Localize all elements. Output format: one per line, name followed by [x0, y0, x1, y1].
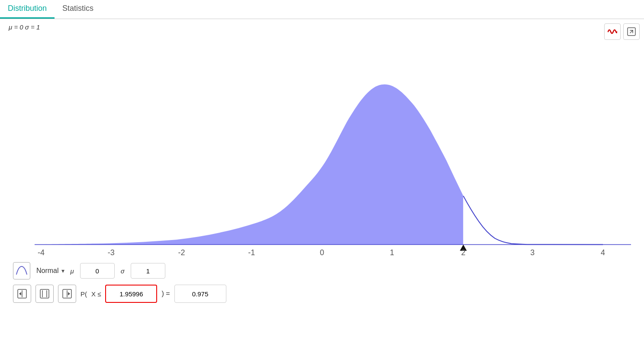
- svg-text:-3: -3: [108, 248, 115, 257]
- svg-text:-1: -1: [248, 248, 255, 257]
- filled-area: [41, 84, 464, 245]
- prob-x-label: X ≤: [91, 290, 101, 298]
- params-display: μ = 0 σ = 1: [9, 23, 635, 31]
- svg-text:0: 0: [320, 248, 324, 257]
- svg-text:-4: -4: [38, 248, 45, 257]
- svg-rect-2: [464, 32, 635, 258]
- probability-row: P( X ≤ ) =: [13, 285, 631, 303]
- bottom-controls: Normal ▾ μ σ: [9, 258, 635, 303]
- svg-text:3: 3: [530, 248, 535, 257]
- svg-rect-14: [40, 289, 49, 298]
- dropdown-arrow[interactable]: ▾: [61, 267, 64, 274]
- distribution-icon[interactable]: [13, 262, 30, 279]
- curve-right: [464, 196, 603, 244]
- prob-p-label: P(: [80, 290, 87, 298]
- distribution-name: Normal: [36, 267, 59, 275]
- tab-distribution[interactable]: Distribution: [0, 0, 55, 19]
- main-content: μ = 0 σ = 1: [0, 19, 644, 307]
- sigma-label: σ: [121, 267, 125, 275]
- prob-result-input[interactable]: [174, 285, 226, 303]
- tab-bar: Distribution Statistics: [0, 0, 644, 19]
- chart-area: -4 -3 -2 -1 0 1 2 3 4: [9, 32, 635, 258]
- svg-text:1: 1: [390, 248, 394, 257]
- distribution-row: Normal ▾ μ σ: [13, 262, 631, 279]
- svg-text:-2: -2: [178, 248, 185, 257]
- prob-left-button[interactable]: [13, 285, 31, 303]
- sigma-input[interactable]: [131, 263, 165, 279]
- svg-text:2: 2: [461, 248, 466, 257]
- prob-middle-button[interactable]: [35, 285, 54, 303]
- mu-input[interactable]: [80, 263, 115, 279]
- tab-statistics[interactable]: Statistics: [55, 0, 101, 19]
- distribution-selector[interactable]: Normal ▾: [36, 267, 64, 275]
- mu-label: μ: [71, 267, 74, 275]
- prob-right-button[interactable]: [58, 285, 76, 303]
- svg-text:4: 4: [601, 248, 605, 257]
- prob-value-input[interactable]: [105, 285, 157, 303]
- prob-close-paren: ) =: [161, 290, 170, 298]
